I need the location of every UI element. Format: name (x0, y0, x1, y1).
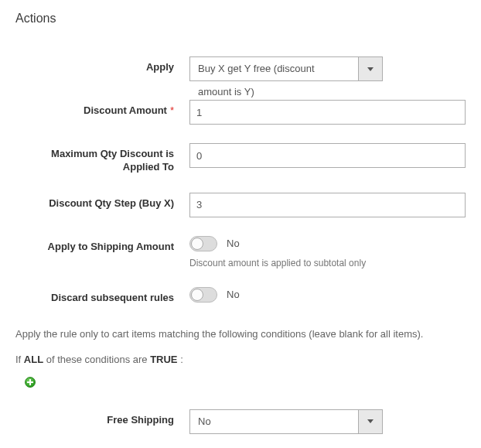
free-shipping-select[interactable]: No (189, 409, 383, 434)
discount-amount-label: Discount Amount* (15, 100, 189, 118)
discard-rules-value: No (227, 289, 240, 300)
conditions-intro: Apply the rule only to cart items matchi… (15, 328, 466, 340)
caret-down-icon (367, 419, 374, 423)
conditions-value[interactable]: TRUE (150, 354, 177, 365)
qty-step-label: Discount Qty Step (Buy X) (15, 193, 189, 210)
conditions-line: If ALL of these conditions are TRUE : (15, 354, 466, 365)
toggle-knob (191, 289, 203, 301)
discount-amount-input[interactable] (189, 100, 466, 125)
apply-label: Apply (15, 56, 189, 74)
apply-shipping-value: No (227, 238, 240, 249)
section-title: Actions (15, 12, 466, 26)
conditions-block: Apply the rule only to cart items matchi… (15, 328, 466, 388)
apply-shipping-hint: Discount amount is applied to subtotal o… (189, 258, 460, 268)
add-condition-button[interactable] (25, 377, 36, 388)
required-mark: * (170, 104, 174, 116)
free-shipping-value: No (189, 409, 358, 434)
apply-select-trigger[interactable] (358, 56, 383, 81)
field-free-shipping: Free Shipping No (15, 409, 466, 434)
discard-rules-toggle[interactable] (189, 287, 217, 303)
field-discard-rules: Discard subsequent rules No (15, 287, 466, 305)
field-apply: Apply Buy X get Y free (discount amount … (15, 56, 466, 81)
free-shipping-select-trigger[interactable] (358, 409, 383, 434)
field-qty-step: Discount Qty Step (Buy X) (15, 193, 466, 217)
apply-select[interactable]: Buy X get Y free (discount amount is Y) (189, 56, 383, 81)
apply-shipping-toggle[interactable] (189, 236, 217, 251)
plus-icon (27, 379, 33, 385)
discard-rules-label: Discard subsequent rules (15, 287, 189, 305)
max-qty-input[interactable] (189, 143, 466, 168)
free-shipping-label: Free Shipping (15, 409, 189, 427)
toggle-knob (191, 238, 203, 250)
apply-shipping-label: Apply to Shipping Amount (15, 236, 189, 254)
conditions-aggregator[interactable]: ALL (24, 354, 43, 365)
caret-down-icon (367, 67, 374, 71)
apply-select-value: Buy X get Y free (discount amount is Y) (189, 56, 358, 81)
max-qty-label: Maximum Qty Discount is Applied To (15, 143, 189, 174)
field-discount-amount: Discount Amount* (15, 100, 466, 125)
qty-step-input[interactable] (189, 193, 466, 217)
field-apply-shipping: Apply to Shipping Amount No Discount amo… (15, 236, 466, 268)
field-max-qty: Maximum Qty Discount is Applied To (15, 143, 466, 174)
